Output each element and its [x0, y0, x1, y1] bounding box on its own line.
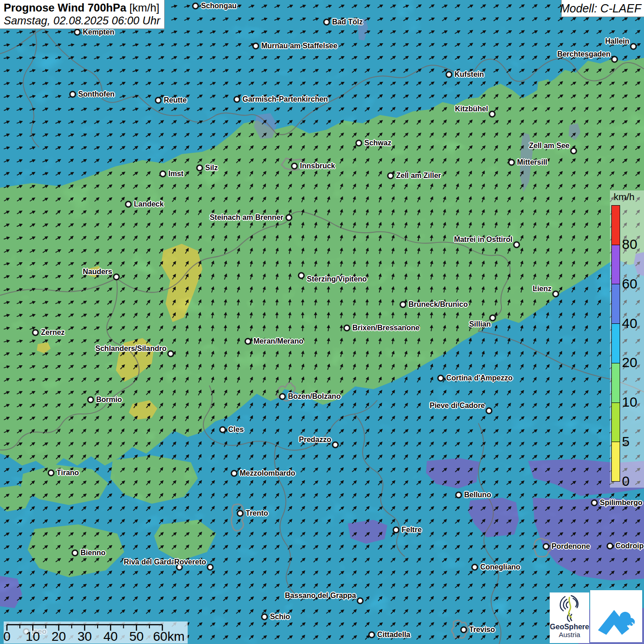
mountain-cloud-icon — [593, 593, 639, 639]
legend-block-40 — [612, 284, 620, 324]
city-label: Kitzbühel — [455, 105, 488, 113]
city-label: Brixen/Bressanone — [352, 324, 420, 332]
city-label: Garmisch-Partenkirchen — [242, 95, 328, 104]
city-label: Bassano del Grappa — [285, 592, 356, 600]
city-marker — [570, 148, 577, 155]
city-label: Landeck — [134, 200, 164, 208]
legend-colorbar — [611, 205, 620, 482]
scale-label: 50 — [129, 629, 144, 644]
city-label: Feltre — [402, 526, 422, 534]
title-box: Prognose Wind 700hPa [km/h] Samstag, 02.… — [0, 0, 165, 29]
legend-value: 40 — [622, 315, 637, 331]
city-marker — [291, 163, 298, 170]
map-title-unit: [km/h] — [126, 1, 160, 14]
city-marker — [155, 97, 162, 104]
city-marker — [356, 140, 362, 147]
scale-label: 0 — [4, 629, 11, 644]
city-marker — [446, 71, 453, 78]
wind-forecast-map: SchongauBad TölzKemptenMurnau am Staffel… — [0, 0, 644, 644]
city-marker — [261, 614, 268, 621]
city-marker — [437, 375, 444, 382]
city-label: Kempten — [83, 28, 114, 36]
city-marker — [472, 564, 478, 571]
city-label: Cortina d'Ampezzo — [446, 374, 512, 382]
legend-block-5 — [612, 403, 620, 443]
mountain-cloud-logo — [590, 590, 642, 642]
city-label: Steinach am Brenner — [210, 213, 283, 222]
city-marker — [460, 627, 467, 633]
city-label: Treviso — [469, 626, 495, 634]
city-label: Mezzolombardo — [240, 469, 295, 477]
legend-value: 5 — [622, 434, 630, 449]
city-label: Belluno — [464, 491, 491, 499]
city-label: Hallein — [605, 37, 629, 46]
city-marker — [630, 43, 637, 50]
city-marker — [543, 543, 550, 550]
city-marker — [344, 325, 351, 332]
scale-label: 60km — [153, 629, 184, 644]
scale-ruler: 0102030405060km — [4, 621, 188, 644]
city-label: Meran/Merano — [253, 337, 303, 345]
city-marker — [368, 632, 375, 638]
map-title: Prognose Wind 700hPa [km/h] — [4, 1, 161, 14]
city-label: Innsbruck — [300, 162, 335, 170]
city-label: Zell am See — [529, 142, 569, 150]
city-marker — [513, 242, 520, 248]
city-label: Pieve di Cadore — [430, 402, 485, 410]
city-label: Predazzo — [299, 436, 331, 444]
city-label: Cittadella — [377, 631, 410, 639]
city-marker — [332, 442, 339, 448]
city-marker — [207, 564, 214, 571]
geosphere-contour-icon — [556, 593, 583, 623]
city-label: Reutte — [164, 96, 187, 104]
city-label: Sillian — [469, 320, 491, 328]
city-label: Bad Tölz — [332, 18, 363, 26]
city-marker — [323, 19, 330, 26]
city-label: Pordenone — [552, 542, 590, 551]
city-marker — [489, 111, 496, 118]
legend-block-20 — [612, 324, 620, 363]
city-marker — [508, 159, 515, 166]
city-label: Cles — [228, 426, 244, 434]
city-label: Lienz — [533, 285, 552, 293]
city-marker — [234, 96, 241, 103]
city-marker — [245, 338, 252, 345]
city-marker — [591, 500, 598, 506]
city-label: Zernez — [41, 328, 65, 337]
city-marker — [72, 550, 79, 557]
city-marker — [607, 543, 614, 550]
city-label: Nauders — [83, 268, 112, 276]
city-marker — [192, 3, 199, 10]
geosphere-logo: GeoSphere Austria — [550, 592, 589, 643]
city-marker — [387, 172, 394, 179]
city-label: Spilimbergo — [600, 499, 642, 507]
city-marker — [160, 171, 167, 178]
city-label: Bozen/Bolzano — [288, 392, 341, 401]
scale-label: 10 — [26, 629, 40, 644]
legend-block-80 — [612, 206, 620, 245]
city-marker — [196, 165, 203, 172]
city-marker — [552, 291, 559, 298]
city-marker — [253, 43, 259, 50]
city-label: Codroipo — [615, 542, 644, 550]
city-label: Imst — [168, 170, 184, 178]
legend-block-10 — [612, 363, 620, 403]
city-marker — [113, 274, 120, 281]
legend-value: 20 — [622, 355, 637, 370]
model-label: Modell: C-LAEF — [561, 0, 644, 17]
legend-value: 10 — [622, 394, 637, 410]
map-valid-time: Samstag, 02.08.2025 06:00 Uhr — [4, 14, 161, 27]
city-marker — [231, 470, 238, 477]
city-label: Bormio — [96, 396, 122, 404]
city-marker — [611, 56, 618, 63]
city-label: Kufstein — [454, 70, 484, 79]
city-marker — [286, 214, 293, 221]
city-label: Berchtesgaden — [557, 50, 610, 58]
legend-value: 80 — [622, 236, 637, 252]
city-marker — [125, 201, 132, 208]
city-marker — [486, 408, 493, 414]
city-marker — [298, 272, 305, 279]
city-label: Murnau am Staffelsee — [261, 42, 337, 50]
city-marker — [87, 397, 94, 403]
city-label: Silz — [205, 164, 218, 172]
